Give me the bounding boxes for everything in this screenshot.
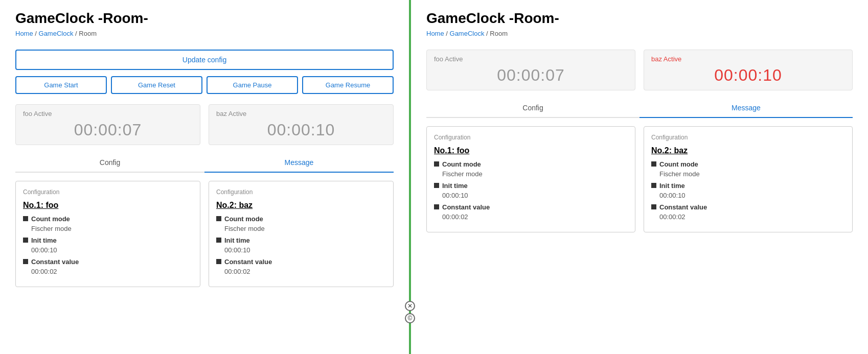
breadcrumb-room-left: Room <box>79 30 97 37</box>
right-clock-foo-label: foo Active <box>434 55 628 63</box>
left-clock-foo-time: 00:00:07 <box>23 121 193 139</box>
right-panel: GameClock -Room- Home / GameClock / Room… <box>411 0 868 354</box>
game-resume-button[interactable]: Game Resume <box>302 76 394 94</box>
right-tab-config[interactable]: Config <box>426 99 639 118</box>
left-config-2-count-section: Count mode Fischer mode <box>216 215 386 232</box>
right-config-2-constant-section: Constant value 00:00:02 <box>651 203 845 221</box>
left-config-2-init-time: Init time <box>216 237 386 244</box>
right-config-1-count-section: Count mode Fischer mode <box>434 160 628 178</box>
right-config-1-title: Configuration <box>434 134 628 141</box>
right-config-2-name: No.2: baz <box>651 146 845 155</box>
close-icon[interactable]: ✕ <box>405 301 415 311</box>
right-clock-baz-time: 00:00:10 <box>651 66 845 85</box>
right-config-2-init-time-icon <box>651 183 656 188</box>
right-constant-value-value: 00:00:02 <box>442 213 628 221</box>
left-config-1-constant-section: Constant value 00:00:02 <box>23 258 193 275</box>
left-config-2-constant-value: Constant value <box>216 258 386 266</box>
left-config-1-title: Configuration <box>23 188 193 196</box>
left-tab-message[interactable]: Message <box>204 153 394 173</box>
left-config-1-init-section: Init time 00:00:10 <box>23 237 193 254</box>
game-reset-button[interactable]: Game Reset <box>111 76 202 94</box>
right-config-2-init-time-label: Init time <box>659 182 685 190</box>
right-constant-value-icon <box>434 204 439 209</box>
left-config-2-constant-section: Constant value 00:00:02 <box>216 258 386 275</box>
breadcrumb-room-right: Room <box>490 30 508 37</box>
left-config-2-name: No.2: baz <box>216 201 386 210</box>
right-config-card-1: Configuration No.1: foo Count mode Fisch… <box>426 126 635 232</box>
left-config-1-name: No.1: foo <box>23 201 193 210</box>
left-config-2-init-time-icon <box>216 238 221 243</box>
right-config-2-count-section: Count mode Fischer mode <box>651 160 845 178</box>
left-clock-foo: foo Active 00:00:07 <box>15 104 200 145</box>
right-config-2-count-mode-value: Fischer mode <box>659 170 845 178</box>
left-config-2-count-mode-value: Fischer mode <box>224 225 386 232</box>
left-clocks-row: foo Active 00:00:07 baz Active 00:00:10 <box>15 104 394 145</box>
update-config-button[interactable]: Update config <box>15 50 394 70</box>
game-controls: Game Start Game Reset Game Pause Game Re… <box>15 76 394 94</box>
right-config-1-constant-section: Constant value 00:00:02 <box>434 203 628 221</box>
right-init-time-icon <box>434 183 439 188</box>
right-config-2-constant-value-icon <box>651 204 656 209</box>
left-title: GameClock -Room- <box>15 10 394 27</box>
right-config-2-constant-value-label: Constant value <box>659 203 707 211</box>
game-pause-button[interactable]: Game Pause <box>207 76 298 94</box>
right-count-mode-label: Count mode <box>442 160 481 168</box>
breadcrumb-gameclock-right[interactable]: GameClock <box>450 30 485 37</box>
right-title: GameClock -Room- <box>426 10 853 27</box>
left-config-2-constant-value-icon <box>216 259 221 264</box>
right-config-1-init-time: Init time <box>434 182 628 190</box>
left-config-2-count-mode-icon <box>216 216 221 221</box>
breadcrumb-home-right[interactable]: Home <box>426 30 444 37</box>
right-config-2-init-time: Init time <box>651 182 845 190</box>
right-configs-row: Configuration No.1: foo Count mode Fisch… <box>426 126 853 232</box>
right-init-time-value: 00:00:10 <box>442 192 628 199</box>
breadcrumb-home-left[interactable]: Home <box>15 30 33 37</box>
left-count-mode-label: Count mode <box>31 215 70 223</box>
right-count-mode-value: Fischer mode <box>442 170 628 178</box>
right-config-2-init-time-value: 00:00:10 <box>659 192 845 199</box>
right-tabs: Config Message <box>426 99 853 118</box>
left-clock-baz-label: baz Active <box>216 110 386 117</box>
left-configs-row: Configuration No.1: foo Count mode Fisch… <box>15 181 394 287</box>
right-config-2-init-section: Init time 00:00:10 <box>651 182 845 199</box>
left-config-1-count-section: Count mode Fischer mode <box>23 215 193 232</box>
left-init-time-label: Init time <box>31 237 57 244</box>
right-constant-value-label: Constant value <box>442 203 490 211</box>
breadcrumb-gameclock-left[interactable]: GameClock <box>39 30 74 37</box>
right-clock-baz: baz Active 00:00:10 <box>644 50 853 90</box>
left-config-2-constant-value-value: 00:00:02 <box>224 268 386 275</box>
left-config-2-init-time-label: Init time <box>224 237 250 244</box>
left-init-time-value: 00:00:10 <box>31 246 193 254</box>
panel-divider: ✕ © <box>409 0 411 354</box>
left-config-2-init-time-value: 00:00:10 <box>224 246 386 254</box>
divider-icons: ✕ © <box>405 301 415 323</box>
right-config-2-count-mode-icon <box>651 161 656 167</box>
right-clock-foo-time: 00:00:07 <box>434 66 628 85</box>
left-clock-foo-label: foo Active <box>23 110 193 117</box>
left-config-card-2: Configuration No.2: baz Count mode Fisch… <box>209 181 394 287</box>
right-init-time-label: Init time <box>442 182 468 190</box>
right-tab-message[interactable]: Message <box>639 99 853 118</box>
copyright-icon[interactable]: © <box>405 313 415 323</box>
left-breadcrumb: Home / GameClock / Room <box>15 30 394 37</box>
game-start-button[interactable]: Game Start <box>15 76 107 94</box>
left-clock-baz-time: 00:00:10 <box>216 121 386 139</box>
right-config-2-title: Configuration <box>651 134 845 141</box>
right-config-1-init-section: Init time 00:00:10 <box>434 182 628 199</box>
left-tab-config[interactable]: Config <box>15 153 204 173</box>
right-config-2-constant-value: Constant value <box>651 203 845 211</box>
left-panel: GameClock -Room- Home / GameClock / Room… <box>0 0 409 354</box>
right-config-2-count-mode-label: Count mode <box>659 160 698 168</box>
right-clock-foo: foo Active 00:00:07 <box>426 50 635 90</box>
left-config-2-count-mode-label: Count mode <box>224 215 263 223</box>
right-config-1-name: No.1: foo <box>434 146 628 155</box>
right-breadcrumb: Home / GameClock / Room <box>426 30 853 37</box>
right-config-1-constant-value: Constant value <box>434 203 628 211</box>
left-tabs: Config Message <box>15 153 394 173</box>
right-config-2-constant-value-value: 00:00:02 <box>659 213 845 221</box>
left-config-1-count-mode: Count mode <box>23 215 193 223</box>
left-config-2-constant-value-label: Constant value <box>224 258 272 266</box>
right-clock-baz-label: baz Active <box>651 55 845 63</box>
left-config-2-init-section: Init time 00:00:10 <box>216 237 386 254</box>
left-clock-baz: baz Active 00:00:10 <box>209 104 394 145</box>
